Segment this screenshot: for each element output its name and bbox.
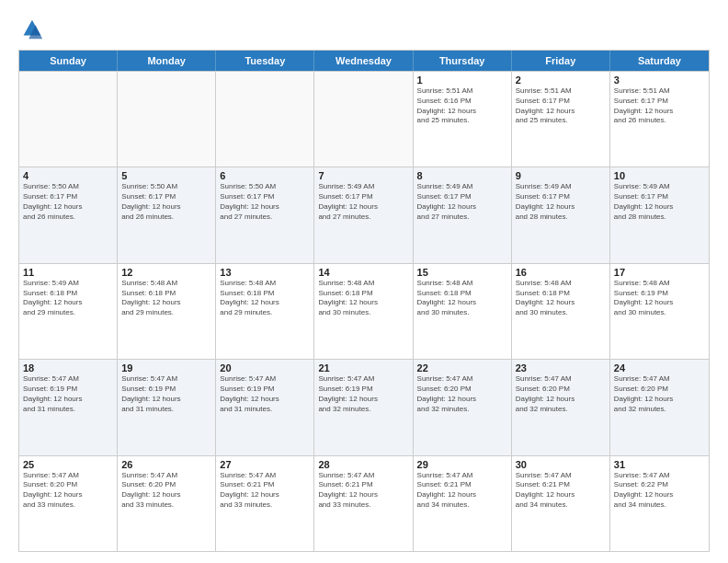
day-number: 16 <box>516 267 606 278</box>
header-cell-wednesday: Wednesday <box>314 51 413 71</box>
week-row-3: 11Sunrise: 5:49 AM Sunset: 6:18 PM Dayli… <box>19 263 709 359</box>
header <box>18 17 710 42</box>
day-info: Sunrise: 5:47 AM Sunset: 6:20 PM Dayligh… <box>614 374 705 414</box>
cal-cell: 25Sunrise: 5:47 AM Sunset: 6:20 PM Dayli… <box>19 456 118 551</box>
cal-cell: 13Sunrise: 5:48 AM Sunset: 6:18 PM Dayli… <box>216 264 314 359</box>
day-number: 4 <box>23 170 113 181</box>
week-row-4: 18Sunrise: 5:47 AM Sunset: 6:19 PM Dayli… <box>19 359 709 454</box>
cal-cell: 26Sunrise: 5:47 AM Sunset: 6:20 PM Dayli… <box>118 456 216 551</box>
cal-cell: 28Sunrise: 5:47 AM Sunset: 6:21 PM Dayli… <box>314 456 413 551</box>
cal-cell: 19Sunrise: 5:47 AM Sunset: 6:19 PM Dayli… <box>118 360 216 454</box>
cal-cell: 7Sunrise: 5:49 AM Sunset: 6:17 PM Daylig… <box>314 167 413 262</box>
day-number: 20 <box>220 362 310 373</box>
logo-icon <box>18 17 44 42</box>
cal-cell: 6Sunrise: 5:50 AM Sunset: 6:17 PM Daylig… <box>216 167 314 262</box>
day-number: 1 <box>417 75 507 86</box>
day-number: 11 <box>23 267 113 278</box>
cal-cell: 14Sunrise: 5:48 AM Sunset: 6:18 PM Dayli… <box>314 264 413 359</box>
header-cell-thursday: Thursday <box>414 51 512 71</box>
day-number: 9 <box>516 170 606 181</box>
cal-cell: 10Sunrise: 5:49 AM Sunset: 6:17 PM Dayli… <box>610 167 709 262</box>
day-number: 19 <box>121 362 211 373</box>
cal-cell <box>118 72 216 167</box>
cal-cell <box>19 72 118 167</box>
day-info: Sunrise: 5:47 AM Sunset: 6:21 PM Dayligh… <box>220 471 310 511</box>
day-info: Sunrise: 5:48 AM Sunset: 6:19 PM Dayligh… <box>614 279 705 318</box>
header-cell-friday: Friday <box>512 51 610 71</box>
day-info: Sunrise: 5:50 AM Sunset: 6:17 PM Dayligh… <box>220 182 310 222</box>
day-number: 24 <box>614 362 705 373</box>
day-info: Sunrise: 5:47 AM Sunset: 6:19 PM Dayligh… <box>23 374 113 414</box>
day-number: 15 <box>417 267 507 278</box>
cal-cell: 17Sunrise: 5:48 AM Sunset: 6:19 PM Dayli… <box>610 264 709 359</box>
cal-cell <box>314 72 413 167</box>
day-number: 12 <box>121 267 211 278</box>
day-number: 27 <box>220 459 310 470</box>
header-cell-tuesday: Tuesday <box>216 51 314 71</box>
day-info: Sunrise: 5:49 AM Sunset: 6:17 PM Dayligh… <box>516 182 606 222</box>
cal-cell: 16Sunrise: 5:48 AM Sunset: 6:18 PM Dayli… <box>512 264 610 359</box>
day-number: 7 <box>318 170 408 181</box>
day-number: 26 <box>121 459 211 470</box>
day-number: 13 <box>220 267 310 278</box>
cal-cell: 22Sunrise: 5:47 AM Sunset: 6:20 PM Dayli… <box>414 360 512 454</box>
cal-cell: 1Sunrise: 5:51 AM Sunset: 6:16 PM Daylig… <box>414 72 512 167</box>
day-info: Sunrise: 5:47 AM Sunset: 6:19 PM Dayligh… <box>318 374 408 414</box>
day-info: Sunrise: 5:49 AM Sunset: 6:17 PM Dayligh… <box>417 182 507 222</box>
day-number: 6 <box>220 170 310 181</box>
cal-cell: 5Sunrise: 5:50 AM Sunset: 6:17 PM Daylig… <box>118 167 216 262</box>
cal-cell: 24Sunrise: 5:47 AM Sunset: 6:20 PM Dayli… <box>610 360 709 454</box>
day-info: Sunrise: 5:47 AM Sunset: 6:21 PM Dayligh… <box>318 471 408 511</box>
header-cell-saturday: Saturday <box>610 51 709 71</box>
day-number: 5 <box>121 170 211 181</box>
cal-cell: 20Sunrise: 5:47 AM Sunset: 6:19 PM Dayli… <box>216 360 314 454</box>
cal-cell: 30Sunrise: 5:47 AM Sunset: 6:21 PM Dayli… <box>512 456 610 551</box>
day-info: Sunrise: 5:47 AM Sunset: 6:20 PM Dayligh… <box>516 374 606 414</box>
cal-cell <box>216 72 314 167</box>
cal-cell: 3Sunrise: 5:51 AM Sunset: 6:17 PM Daylig… <box>610 72 709 167</box>
day-number: 10 <box>614 170 705 181</box>
day-info: Sunrise: 5:51 AM Sunset: 6:17 PM Dayligh… <box>516 86 606 126</box>
calendar-body: 1Sunrise: 5:51 AM Sunset: 6:16 PM Daylig… <box>19 71 709 551</box>
cal-cell: 9Sunrise: 5:49 AM Sunset: 6:17 PM Daylig… <box>512 167 610 262</box>
day-info: Sunrise: 5:50 AM Sunset: 6:17 PM Dayligh… <box>23 182 113 222</box>
day-number: 30 <box>516 459 606 470</box>
day-number: 23 <box>516 362 606 373</box>
day-info: Sunrise: 5:47 AM Sunset: 6:20 PM Dayligh… <box>121 471 211 511</box>
day-number: 2 <box>516 75 606 86</box>
week-row-5: 25Sunrise: 5:47 AM Sunset: 6:20 PM Dayli… <box>19 455 709 551</box>
day-info: Sunrise: 5:51 AM Sunset: 6:16 PM Dayligh… <box>417 86 507 126</box>
header-cell-monday: Monday <box>118 51 216 71</box>
day-info: Sunrise: 5:48 AM Sunset: 6:18 PM Dayligh… <box>516 279 606 318</box>
cal-cell: 27Sunrise: 5:47 AM Sunset: 6:21 PM Dayli… <box>216 456 314 551</box>
page: SundayMondayTuesdayWednesdayThursdayFrid… <box>0 0 728 563</box>
cal-cell: 23Sunrise: 5:47 AM Sunset: 6:20 PM Dayli… <box>512 360 610 454</box>
day-info: Sunrise: 5:51 AM Sunset: 6:17 PM Dayligh… <box>614 86 705 126</box>
day-number: 18 <box>23 362 113 373</box>
cal-cell: 2Sunrise: 5:51 AM Sunset: 6:17 PM Daylig… <box>512 72 610 167</box>
day-number: 3 <box>614 75 705 86</box>
cal-cell: 21Sunrise: 5:47 AM Sunset: 6:19 PM Dayli… <box>314 360 413 454</box>
day-number: 29 <box>417 459 507 470</box>
day-number: 8 <box>417 170 507 181</box>
calendar-header-row: SundayMondayTuesdayWednesdayThursdayFrid… <box>19 51 709 71</box>
day-number: 14 <box>318 267 408 278</box>
cal-cell: 11Sunrise: 5:49 AM Sunset: 6:18 PM Dayli… <box>19 264 118 359</box>
day-number: 21 <box>318 362 408 373</box>
day-info: Sunrise: 5:48 AM Sunset: 6:18 PM Dayligh… <box>417 279 507 318</box>
cal-cell: 4Sunrise: 5:50 AM Sunset: 6:17 PM Daylig… <box>19 167 118 262</box>
day-number: 28 <box>318 459 408 470</box>
cal-cell: 18Sunrise: 5:47 AM Sunset: 6:19 PM Dayli… <box>19 360 118 454</box>
day-info: Sunrise: 5:47 AM Sunset: 6:21 PM Dayligh… <box>516 471 606 511</box>
header-cell-sunday: Sunday <box>19 51 118 71</box>
day-info: Sunrise: 5:49 AM Sunset: 6:17 PM Dayligh… <box>318 182 408 222</box>
day-number: 17 <box>614 267 705 278</box>
day-info: Sunrise: 5:47 AM Sunset: 6:20 PM Dayligh… <box>23 471 113 511</box>
day-number: 22 <box>417 362 507 373</box>
cal-cell: 29Sunrise: 5:47 AM Sunset: 6:21 PM Dayli… <box>414 456 512 551</box>
day-info: Sunrise: 5:47 AM Sunset: 6:19 PM Dayligh… <box>121 374 211 414</box>
day-info: Sunrise: 5:48 AM Sunset: 6:18 PM Dayligh… <box>318 279 408 318</box>
week-row-1: 1Sunrise: 5:51 AM Sunset: 6:16 PM Daylig… <box>19 71 709 167</box>
week-row-2: 4Sunrise: 5:50 AM Sunset: 6:17 PM Daylig… <box>19 167 709 262</box>
day-info: Sunrise: 5:47 AM Sunset: 6:22 PM Dayligh… <box>614 471 705 511</box>
